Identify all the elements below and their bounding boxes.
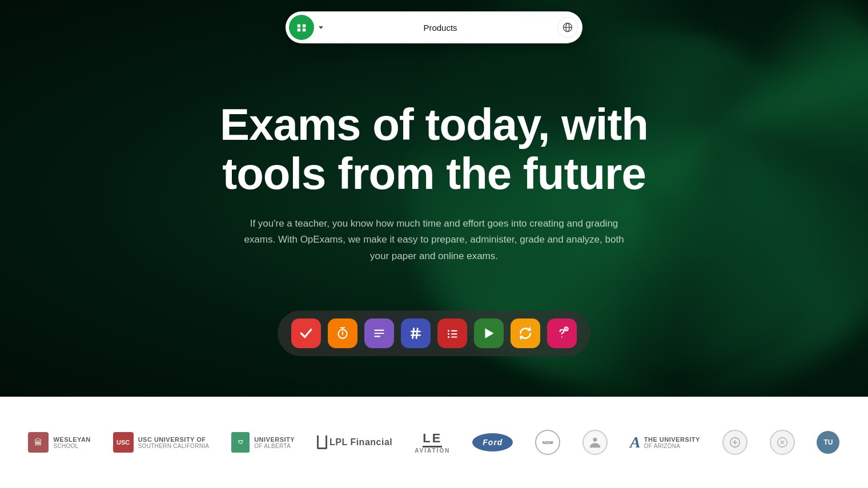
svg-point-15	[448, 330, 449, 332]
alberta-sub: OF ALBERTA	[254, 443, 295, 449]
logo-dropdown[interactable]	[316, 26, 323, 29]
arizona-sub: OF ARIZONA	[644, 443, 700, 449]
hero-content: Exams of today, with tools from the futu…	[106, 100, 762, 265]
usc-name: USC University of	[138, 436, 210, 443]
alberta-icon: 🛡	[231, 432, 250, 453]
circle-logo-2	[722, 430, 748, 455]
svg-point-25	[593, 438, 597, 442]
svg-line-14	[416, 329, 417, 338]
lpl-icon	[317, 435, 327, 449]
svg-text:+: +	[565, 328, 567, 332]
hero-subtitle: If you're a teacher, you know how much t…	[234, 216, 634, 265]
le-text: LE	[423, 431, 442, 447]
timer-app-icon[interactable]	[328, 318, 357, 348]
tu-icon: TU	[817, 431, 839, 454]
arizona-logo: A THE UNIVERSITY OF ARIZONA	[630, 433, 700, 451]
ford-logo: Ford	[472, 433, 513, 451]
chevron-down-icon	[319, 26, 323, 29]
products-nav-item[interactable]: Products	[323, 23, 557, 33]
tu-logo: TU	[817, 431, 839, 454]
hero-section: Products Exams of today, with tools from…	[0, 0, 868, 397]
question-app-icon[interactable]: +	[547, 318, 577, 348]
check-app-icon[interactable]	[291, 318, 321, 348]
alberta-logo: 🛡 UNIVERSITY OF ALBERTA	[231, 432, 295, 453]
svg-rect-0	[298, 25, 301, 28]
nsw-circle: NSW	[535, 430, 560, 455]
svg-line-13	[413, 329, 414, 338]
wesleyan-name: WESLEYAN	[53, 436, 90, 443]
svg-point-19	[448, 336, 449, 338]
circle-logo-3	[770, 430, 795, 455]
svg-marker-21	[485, 329, 494, 338]
svg-rect-8	[374, 330, 384, 331]
svg-rect-18	[451, 333, 457, 334]
lpl-text: LPL Financial	[329, 437, 392, 447]
wesleyan-icon: 🏛	[28, 432, 49, 453]
list-app-icon[interactable]	[437, 318, 467, 348]
nsw-text: NSW	[542, 440, 553, 445]
svg-rect-9	[374, 333, 384, 334]
app-icons-bar: +	[278, 310, 590, 356]
hash-app-icon[interactable]	[401, 318, 431, 348]
alberta-name: UNIVERSITY	[254, 436, 295, 443]
wesleyan-sub: SCHOOL	[53, 443, 90, 449]
usc-logo: USC USC University of Southern Californi…	[113, 432, 210, 453]
svg-rect-16	[451, 330, 457, 332]
lpl-logo: LPL Financial	[317, 435, 392, 449]
usc-icon: USC	[113, 432, 134, 453]
circle-icon-3	[770, 430, 795, 455]
wesleyan-logo: 🏛 WESLEYAN SCHOOL	[28, 432, 90, 453]
play-app-icon[interactable]	[474, 318, 504, 348]
aviation-text: AVIATION	[415, 447, 450, 454]
circle-logo-1	[582, 430, 608, 455]
circle-icon-2	[722, 430, 748, 455]
usc-sub: Southern California	[138, 443, 210, 449]
svg-rect-20	[451, 337, 457, 338]
tu-text: TU	[823, 438, 833, 446]
svg-rect-10	[374, 336, 380, 337]
svg-rect-2	[298, 29, 301, 32]
ford-oval: Ford	[472, 433, 513, 451]
nsw-logo: NSW	[535, 430, 560, 455]
navbar: Products	[286, 11, 582, 43]
language-selector[interactable]	[557, 17, 578, 38]
svg-point-17	[448, 333, 449, 335]
circle-icon-1	[582, 430, 608, 455]
svg-rect-3	[303, 29, 306, 32]
arizona-name: THE UNIVERSITY	[644, 436, 700, 443]
hero-title: Exams of today, with tools from the futu…	[220, 100, 648, 199]
le-aviation-logo: LE AVIATION	[415, 431, 450, 454]
svg-point-22	[561, 337, 562, 338]
arizona-a-icon: A	[630, 433, 641, 451]
text-app-icon[interactable]	[364, 318, 394, 348]
refresh-app-icon[interactable]	[511, 318, 540, 348]
logos-bar: 🏛 WESLEYAN SCHOOL USC USC University of …	[0, 397, 868, 488]
logo-button[interactable]	[289, 15, 314, 40]
svg-rect-1	[303, 25, 306, 28]
